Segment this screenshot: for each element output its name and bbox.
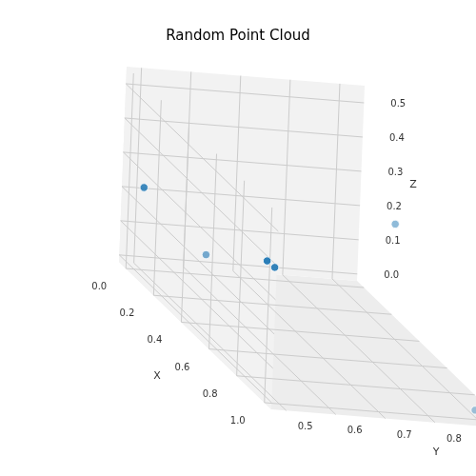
- x-tick: 1.0: [230, 415, 246, 426]
- data-point: [391, 220, 399, 228]
- scatter-3d: 0.00.20.40.60.81.00.50.60.70.80.90.00.10…: [0, 0, 476, 476]
- x-tick: 0.2: [119, 307, 134, 318]
- data-point: [471, 407, 476, 414]
- z-tick: 0.1: [386, 235, 401, 246]
- x-tick: 0.8: [203, 388, 218, 399]
- z-tick: 0.2: [387, 201, 402, 211]
- z-tick: 0.5: [390, 98, 406, 109]
- z-tick: 0.3: [387, 167, 403, 177]
- data-point: [263, 257, 270, 265]
- x-tick: 0.6: [175, 362, 190, 372]
- data-point: [202, 250, 209, 258]
- y-tick: 0.5: [298, 421, 313, 431]
- data-point: [270, 264, 278, 271]
- data-point: [140, 184, 148, 191]
- y-axis-label: Y: [432, 446, 440, 458]
- y-tick: 0.6: [347, 425, 363, 435]
- z-tick: 0.0: [384, 269, 399, 280]
- z-tick: 0.4: [389, 132, 405, 143]
- x-axis-label: X: [153, 369, 161, 382]
- x-tick: 0.0: [91, 281, 107, 291]
- z-axis-label: Z: [409, 178, 417, 190]
- y-tick: 0.7: [397, 429, 412, 440]
- x-tick: 0.4: [148, 334, 163, 345]
- y-tick: 0.8: [446, 433, 462, 444]
